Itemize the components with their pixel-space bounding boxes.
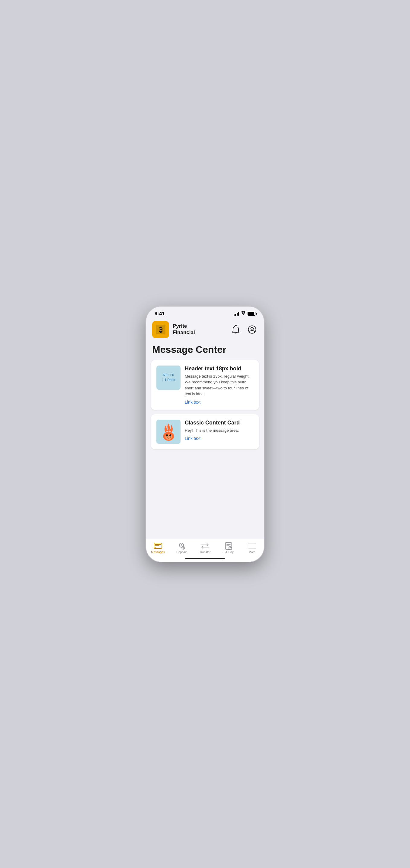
nav-item-more[interactable]: More bbox=[240, 542, 264, 554]
messages-icon bbox=[154, 542, 162, 550]
nav-item-billpay[interactable]: Bill Pay bbox=[217, 542, 240, 554]
message-card-2[interactable]: Classic Content Card Hey! This is the me… bbox=[151, 414, 259, 449]
bottom-nav: Messages Deposit Transfer bbox=[146, 539, 264, 556]
profile-button[interactable] bbox=[246, 324, 258, 335]
nav-label-messages: Messages bbox=[151, 551, 165, 554]
nav-item-deposit[interactable]: Deposit bbox=[170, 542, 193, 554]
flame-mascot-icon bbox=[160, 422, 177, 441]
profile-icon bbox=[248, 325, 256, 334]
card-1-image: 60 × 60 1:1 Ratio bbox=[157, 366, 180, 390]
logo-area: ₿ Pyrite Financial bbox=[152, 321, 195, 338]
nav-label-deposit: Deposit bbox=[176, 551, 186, 554]
card-1-link[interactable]: Link text bbox=[185, 400, 253, 405]
logo-text: Pyrite Financial bbox=[173, 323, 195, 336]
card-1-title: Header text 18px bold bbox=[185, 366, 253, 372]
nav-label-billpay: Bill Pay bbox=[224, 551, 233, 554]
phone-frame: 9:41 bbox=[146, 307, 264, 562]
transfer-icon bbox=[201, 542, 209, 550]
card-1-body: Header text 18px bold Message text is 13… bbox=[185, 366, 253, 405]
card-2-message: Hey! This is the message area. bbox=[185, 428, 253, 434]
app-logo: ₿ bbox=[152, 321, 169, 338]
status-icons bbox=[234, 311, 255, 316]
message-list: 60 × 60 1:1 Ratio Header text 18px bold … bbox=[146, 360, 264, 539]
status-time: 9:41 bbox=[155, 311, 165, 317]
svg-point-9 bbox=[170, 435, 171, 435]
header-icons bbox=[230, 324, 258, 335]
svg-text:₿: ₿ bbox=[159, 326, 163, 334]
card-1-message: Message text is 13px, regular weight. We… bbox=[185, 373, 253, 397]
nav-item-transfer[interactable]: Transfer bbox=[193, 542, 217, 554]
nav-label-more: More bbox=[249, 551, 256, 554]
nav-item-messages[interactable]: Messages bbox=[146, 542, 170, 554]
billpay-icon bbox=[224, 542, 233, 550]
wifi-icon bbox=[241, 311, 246, 316]
signal-bars-icon bbox=[234, 312, 239, 316]
svg-point-8 bbox=[167, 435, 168, 435]
page-title: Message Center bbox=[146, 342, 264, 360]
notification-bell-button[interactable] bbox=[230, 324, 242, 335]
bell-icon bbox=[232, 325, 240, 334]
svg-point-13 bbox=[229, 546, 232, 549]
svg-point-6 bbox=[166, 434, 168, 437]
svg-point-3 bbox=[251, 327, 253, 330]
home-indicator bbox=[146, 556, 264, 562]
card-2-image bbox=[157, 420, 180, 444]
more-icon bbox=[248, 542, 256, 550]
home-indicator-bar bbox=[185, 558, 225, 559]
app-header: ₿ Pyrite Financial bbox=[146, 319, 264, 342]
card-2-title: Classic Content Card bbox=[185, 420, 253, 426]
deposit-icon bbox=[177, 542, 186, 550]
card-2-body: Classic Content Card Hey! This is the me… bbox=[185, 420, 253, 444]
card-2-link[interactable]: Link text bbox=[185, 436, 253, 441]
battery-icon bbox=[247, 312, 255, 316]
nav-label-transfer: Transfer bbox=[200, 551, 211, 554]
status-bar: 9:41 bbox=[146, 307, 264, 319]
svg-point-7 bbox=[169, 434, 171, 437]
message-card-1[interactable]: 60 × 60 1:1 Ratio Header text 18px bold … bbox=[151, 360, 259, 410]
